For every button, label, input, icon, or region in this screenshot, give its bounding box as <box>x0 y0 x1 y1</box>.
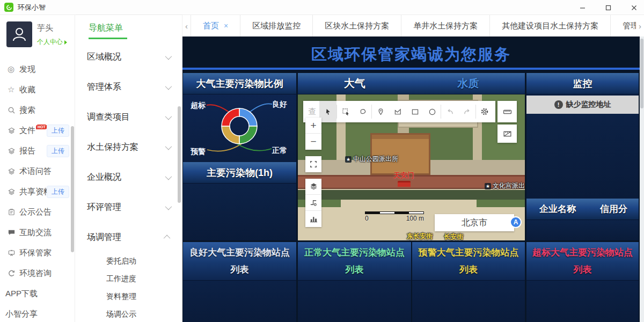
rectangle-tool-icon[interactable] <box>406 101 423 122</box>
upload-shared-button[interactable]: 上传 <box>47 186 69 198</box>
tabs-scroll-right-icon[interactable]: › <box>636 15 644 36</box>
star-icon: ☆ <box>8 85 19 94</box>
avatar[interactable] <box>6 21 32 47</box>
sidebar-item-discover[interactable]: ◎ 发现 <box>0 59 75 79</box>
map-tab-air[interactable]: 大气 <box>298 76 412 91</box>
pin-tool-icon[interactable] <box>372 101 389 122</box>
redo-icon[interactable] <box>458 101 475 122</box>
lasso-tool-icon[interactable] <box>354 101 371 122</box>
personal-center-link[interactable]: 个人中心 <box>37 38 67 47</box>
tab-home[interactable]: 首页× <box>191 15 240 36</box>
close-button[interactable] <box>628 2 640 13</box>
circle-tool-icon[interactable] <box>423 101 441 122</box>
clipboard-icon <box>8 208 19 216</box>
station-list-exceed-body <box>526 281 639 322</box>
tab-region-emission-monitor[interactable]: 区域排放监控 <box>240 15 313 36</box>
pollutant-donut-chart[interactable]: 超标 良好 预警 正常 <box>183 94 296 162</box>
navigation-menu: 导航菜单 区域概况 管理体系 调查类项目 水土保持方案 企业概况 环评管理 场调… <box>75 15 182 322</box>
upload-report-button[interactable]: 上传 <box>47 145 69 157</box>
station-list-good: 良好大气主要污染物站点列表 <box>183 242 296 322</box>
sidebar-item-shared-materials[interactable]: 共享资料 上传 <box>0 181 75 202</box>
fullscreen-icon[interactable] <box>305 156 321 172</box>
tab-single-well-soil-water-plan[interactable]: 单井水土保持方案 <box>401 15 490 36</box>
nav-subitem-entrust-start[interactable]: 委托启动 <box>75 252 182 270</box>
sidebar-item-announcements[interactable]: 公示公告 <box>0 202 75 222</box>
sidebar-item-favorites[interactable]: ☆ 收藏 <box>0 79 75 100</box>
layers-icon <box>8 167 19 175</box>
tab-other-construction-soil-water-plan[interactable]: 其他建设项目水土保持方案 <box>490 15 611 36</box>
locate-badge[interactable]: A <box>510 216 522 228</box>
station-list-good-title: 良好大气主要污染物站点列表 <box>187 244 292 278</box>
maximize-button[interactable] <box>602 2 614 13</box>
station-list-normal-title: 正常大气主要污染物站点列表 <box>302 244 407 278</box>
zoom-out-button[interactable]: − <box>305 134 321 150</box>
sidebar-item-app-download[interactable]: APP下载 <box>0 283 75 304</box>
sidebar-item-mutual-exchange[interactable]: 互助交流 <box>0 222 75 243</box>
enterprise-name-col: 企业名称 <box>526 203 589 215</box>
tab-management-organization[interactable]: 管理组织 <box>611 15 636 36</box>
nav-subitem-data-collation[interactable]: 资料整理 <box>75 288 182 305</box>
map-tab-water[interactable]: 水质 <box>412 76 525 91</box>
map-tabs: 大气 水质 <box>298 73 525 94</box>
map-gate-building <box>370 133 430 175</box>
credit-score-col: 信用分 <box>589 203 639 215</box>
nav-subitem-work-progress[interactable]: 工作进度 <box>75 270 182 288</box>
user-name: 芋头 <box>37 23 67 33</box>
city-selector[interactable]: 北京市 <box>435 214 514 231</box>
minimize-button[interactable] <box>576 2 588 13</box>
station-list-warning: 预警大气主要污染物站点列表 <box>412 242 525 322</box>
nav-subitem-survey-publicity[interactable]: 场调公示 <box>75 305 182 322</box>
nav-item-enterprise-overview[interactable]: 企业概况 <box>75 162 182 192</box>
nav-item-region-overview[interactable]: 区域概况 <box>75 42 182 72</box>
route-tool-icon[interactable] <box>305 195 321 211</box>
app-title: 环保小智 <box>18 3 46 12</box>
main-scrollbar[interactable] <box>640 36 644 322</box>
station-list-warning-title: 预警大气主要污染物站点列表 <box>416 244 521 278</box>
sidebar-item-xiaozhi-share[interactable]: 小智分享 <box>0 304 75 322</box>
nav-item-survey-projects[interactable]: 调查类项目 <box>75 102 182 132</box>
chat-icon <box>8 229 19 237</box>
station-list-good-body <box>183 281 296 322</box>
city-buildings-icon[interactable] <box>305 211 321 227</box>
sidebar-item-reports[interactable]: 报告 上传 <box>0 141 75 161</box>
tab-block-soil-water-plan[interactable]: 区块水土保持方案 <box>313 15 401 36</box>
nav-item-site-survey-management[interactable]: 场调管理 <box>75 222 182 252</box>
tabs-scroll-left-icon[interactable]: ‹ <box>182 15 191 36</box>
sidebar-scrollbar[interactable] <box>71 126 74 252</box>
map-label-tiananmen: 天安门 <box>393 171 414 187</box>
zoom-in-button[interactable]: + <box>305 118 321 134</box>
settings-gear-icon[interactable] <box>476 101 493 122</box>
donut-label-normal: 正常 <box>272 146 287 155</box>
marquee-select-tool-icon[interactable] <box>337 101 354 122</box>
sidebar-item-terminology-qa[interactable]: 术语问答 <box>0 161 75 181</box>
polygon-tool-icon[interactable] <box>389 101 406 122</box>
hot-badge: HOT <box>36 125 47 129</box>
profile-block: 芋头 个人中心 <box>6 21 67 49</box>
dashboard: 区域环保管家竭诚为您服务 大气主要污染物比例 超标 良好 预警 正常 <box>182 36 644 322</box>
pointer-tool-icon[interactable] <box>319 101 336 122</box>
distance-measure-button[interactable] <box>497 101 517 122</box>
tab-close-icon[interactable]: × <box>224 21 228 30</box>
nav-item-management-system[interactable]: 管理体系 <box>75 72 182 102</box>
satellite-map[interactable]: ★中山公园派出所 天安门 ★文化宫派出所 东长安街 长安街 查 <box>298 94 525 240</box>
layers-icon[interactable] <box>305 179 321 195</box>
main-pollutant-title: 主要污染物(1h) <box>183 162 296 184</box>
layers-icon <box>8 127 19 135</box>
nav-item-soil-water-plan[interactable]: 水土保持方案 <box>75 132 182 162</box>
nav-item-eia-management[interactable]: 环评管理 <box>75 192 182 222</box>
upload-files-button[interactable]: 上传 <box>47 125 69 137</box>
sidebar-item-search[interactable]: 搜索 <box>0 100 75 120</box>
donut-label-good: 良好 <box>272 100 287 108</box>
map-label-wenhuagong-police: ★文化宫派出所 <box>485 181 525 191</box>
map-search-input[interactable]: 查 <box>305 107 319 117</box>
undo-icon[interactable] <box>441 101 458 122</box>
tiananmen-gate-icon <box>398 181 411 187</box>
scale-start: 0 <box>365 215 369 222</box>
navmenu-scrollbar[interactable] <box>178 106 181 203</box>
area-measure-button[interactable] <box>497 125 517 143</box>
sidebar-item-env-consulting[interactable]: 环境咨询 <box>0 263 75 283</box>
station-list-exceed: 超标大气主要污染物站点列表 <box>526 242 639 322</box>
sidebar-item-epa-steward[interactable]: 环保管家 <box>0 243 75 263</box>
main-scrollbar-thumb[interactable] <box>640 39 643 108</box>
sidebar-item-files[interactable]: 文件 HOT 上传 <box>0 120 75 141</box>
